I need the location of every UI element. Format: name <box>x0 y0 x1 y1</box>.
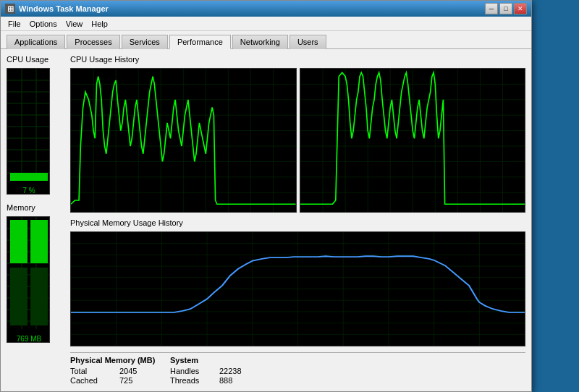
system-stats: System Handles 22238 Threads 888 <box>170 356 255 385</box>
cached-value: 725 <box>119 376 156 385</box>
right-panel: CPU Usage History <box>70 55 525 385</box>
cpu-chart-2 <box>300 68 526 213</box>
svg-text:769 MB: 769 MB <box>17 335 42 342</box>
mem-history-label: Physical Memory Usage History <box>70 218 525 227</box>
memory-gauge: 769 MB <box>7 216 50 343</box>
menu-bar: File Options View Help <box>1 17 531 31</box>
title-controls: ─ □ ✕ <box>485 3 527 14</box>
maximize-button[interactable]: □ <box>499 3 512 14</box>
cpu-chart-1 <box>70 68 297 213</box>
threads-label: Threads <box>170 376 214 385</box>
title-bar: ⊞ Windows Task Manager ─ □ ✕ <box>1 1 531 17</box>
content-area: CPU Usage <box>1 49 531 391</box>
total-value: 2045 <box>119 367 156 375</box>
handles-value: 22238 <box>219 367 255 375</box>
physical-memory-stats: Physical Memory (MB) Total 2045 Cached 7… <box>70 356 156 385</box>
tab-processes[interactable]: Processes <box>67 35 119 49</box>
tabs-bar: Applications Processes Services Performa… <box>1 31 531 49</box>
tab-services[interactable]: Services <box>122 35 168 49</box>
handles-row: Handles 22238 <box>170 367 255 375</box>
cached-label: Cached <box>70 376 114 385</box>
system-heading: System <box>170 356 255 365</box>
tab-applications[interactable]: Applications <box>7 35 65 49</box>
tab-performance[interactable]: Performance <box>169 35 231 49</box>
svg-rect-29 <box>30 268 48 325</box>
memory-chart <box>70 231 525 346</box>
handles-label: Handles <box>170 367 214 375</box>
svg-rect-27 <box>30 220 48 263</box>
total-row: Total 2045 <box>70 367 156 375</box>
total-label: Total <box>70 367 114 375</box>
tab-users[interactable]: Users <box>290 35 326 49</box>
left-panel: CPU Usage <box>7 55 64 385</box>
menu-file[interactable]: File <box>4 18 25 30</box>
svg-rect-26 <box>10 220 28 263</box>
cpu-history-charts <box>70 68 525 213</box>
bottom-stats: Physical Memory (MB) Total 2045 Cached 7… <box>70 352 525 385</box>
menu-help[interactable]: Help <box>87 18 112 30</box>
close-button[interactable]: ✕ <box>514 3 527 14</box>
window-title: Windows Task Manager <box>19 4 109 13</box>
cpu-history-label: CPU Usage History <box>70 55 525 64</box>
svg-rect-28 <box>10 268 28 325</box>
tab-networking[interactable]: Networking <box>232 35 288 49</box>
threads-row: Threads 888 <box>170 376 255 385</box>
svg-text:7 %: 7 % <box>22 187 35 194</box>
threads-value: 888 <box>219 376 255 385</box>
cpu-usage-label: CPU Usage <box>7 55 64 64</box>
cpu-gauge: 7 % <box>7 68 50 195</box>
cached-row: Cached 725 <box>70 376 156 385</box>
svg-rect-12 <box>10 173 48 181</box>
memory-usage-label: Memory <box>7 203 64 212</box>
menu-view[interactable]: View <box>62 18 88 30</box>
minimize-button[interactable]: ─ <box>485 3 498 14</box>
physical-memory-heading: Physical Memory (MB) <box>70 356 156 365</box>
window-icon: ⊞ <box>5 4 15 14</box>
menu-options[interactable]: Options <box>25 18 62 30</box>
